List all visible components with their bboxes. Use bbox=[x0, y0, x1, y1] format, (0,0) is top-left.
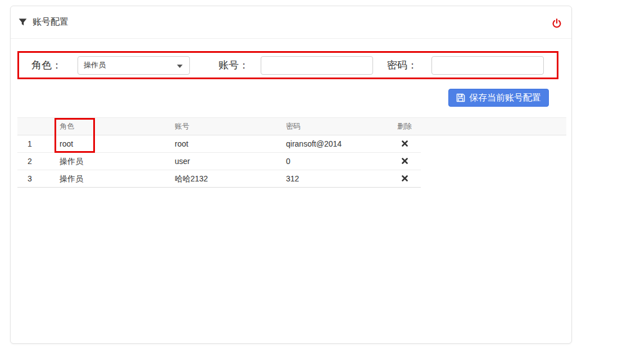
account-input[interactable] bbox=[261, 56, 373, 75]
row-account: root bbox=[175, 135, 188, 152]
row-account: user bbox=[175, 153, 190, 170]
table-row: 1 root root qiransoft@2014 bbox=[17, 135, 421, 153]
save-button-label: 保存当前账号配置 bbox=[469, 92, 541, 104]
row-index: 2 bbox=[28, 153, 32, 170]
row-role: root bbox=[60, 135, 73, 152]
table-header-row: 角色 账号 密码 删除 bbox=[17, 117, 566, 135]
row-account: 哈哈2132 bbox=[175, 170, 208, 187]
table-row: 3 操作员 哈哈2132 312 bbox=[17, 170, 421, 188]
form-annotation-rect: 角色： 操作员 账号： 密码： bbox=[17, 51, 558, 79]
filter-icon bbox=[18, 17, 28, 27]
row-role: 操作员 bbox=[60, 170, 83, 187]
row-password: qiransoft@2014 bbox=[286, 135, 342, 152]
delete-x-icon[interactable] bbox=[402, 175, 408, 181]
table-row: 2 操作员 user 0 bbox=[17, 153, 421, 170]
card-header: 账号配置 bbox=[11, 6, 571, 39]
password-label: 密码： bbox=[387, 58, 417, 72]
role-select-value: 操作员 bbox=[84, 60, 106, 70]
delete-x-icon[interactable] bbox=[402, 140, 408, 147]
page: { "header": { "title": "账号配置" }, "form":… bbox=[0, 0, 618, 364]
account-config-card: 账号配置 角色： 操作员 账号： 密码： bbox=[10, 6, 572, 344]
page-title: 账号配置 bbox=[33, 16, 69, 28]
row-index: 3 bbox=[28, 170, 32, 187]
save-account-config-button[interactable]: 保存当前账号配置 bbox=[448, 89, 549, 107]
power-icon bbox=[552, 19, 562, 29]
power-button[interactable] bbox=[551, 18, 562, 29]
password-input[interactable] bbox=[431, 56, 544, 75]
delete-x-icon[interactable] bbox=[402, 158, 408, 164]
account-label: 账号： bbox=[219, 58, 249, 72]
row-index: 1 bbox=[28, 135, 32, 152]
column-header-role: 角色 bbox=[60, 118, 74, 135]
column-header-delete: 删除 bbox=[397, 118, 412, 135]
row-password: 312 bbox=[286, 170, 299, 187]
row-password: 0 bbox=[286, 153, 290, 170]
column-header-password: 密码 bbox=[286, 118, 301, 135]
chevron-down-icon bbox=[177, 65, 183, 68]
column-header-account: 账号 bbox=[175, 118, 189, 135]
row-role: 操作员 bbox=[60, 153, 83, 170]
role-select[interactable]: 操作员 bbox=[78, 56, 190, 75]
role-label: 角色： bbox=[31, 58, 62, 72]
save-icon bbox=[456, 93, 465, 102]
table-body: 1 root root qiransoft@2014 2 操作员 user 0 … bbox=[17, 135, 421, 188]
